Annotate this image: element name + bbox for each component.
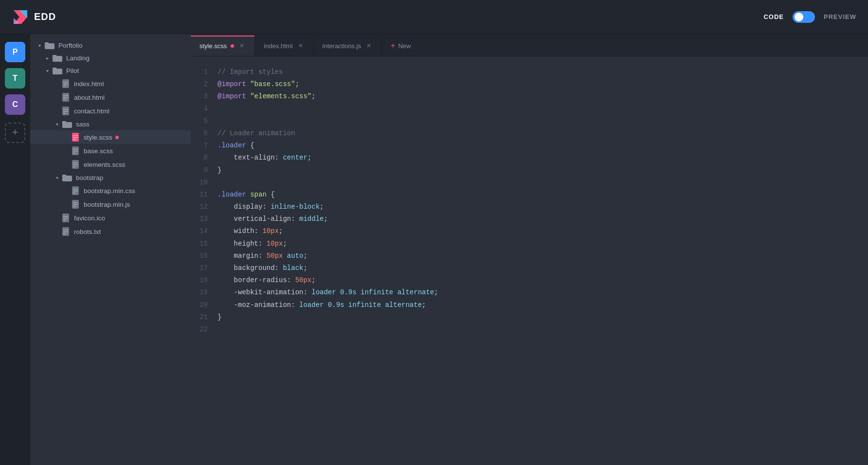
topbar-controls: CODE PREVIEW bbox=[763, 11, 856, 23]
tree-folder-bootstrap[interactable]: ▾ bootstrap bbox=[30, 171, 191, 184]
file-icon bbox=[62, 79, 70, 88]
tree-file-robots[interactable]: robots.txt bbox=[30, 225, 191, 238]
spacer bbox=[63, 134, 70, 141]
code-editor[interactable]: 12345 678910 1112131415 1617181920 2122 … bbox=[191, 56, 868, 465]
svg-rect-36 bbox=[62, 175, 66, 177]
code-label: CODE bbox=[763, 13, 784, 20]
tree-folder-portfolio[interactable]: ▾ Porftolio bbox=[30, 39, 191, 52]
tree-file-index-html[interactable]: index.html bbox=[30, 77, 191, 90]
spacer bbox=[63, 201, 70, 208]
chevron-down-icon: ▾ bbox=[54, 121, 60, 127]
file-icon bbox=[62, 214, 70, 222]
editor-area: style.scss ✕ index.html ✕ interactions.j… bbox=[191, 34, 868, 465]
folder-icon bbox=[62, 120, 72, 128]
spacer bbox=[54, 215, 60, 221]
tree-folder-sass[interactable]: ▾ sass bbox=[30, 118, 191, 130]
chevron-down-icon: ▾ bbox=[54, 174, 60, 181]
tree-item-label: contact.html bbox=[74, 107, 109, 115]
svg-rect-14 bbox=[63, 95, 68, 96]
tree-item-label: style.scss bbox=[84, 134, 112, 141]
svg-rect-38 bbox=[73, 189, 78, 190]
spacer bbox=[54, 80, 60, 87]
project-badge-p[interactable]: P bbox=[5, 42, 25, 62]
tree-item-label: bootstrap bbox=[76, 174, 103, 181]
tree-file-elements-scss[interactable]: elements.scss bbox=[30, 158, 191, 171]
topbar: EDD CODE PREVIEW bbox=[0, 0, 868, 34]
tree-item-label: Porftolio bbox=[58, 42, 83, 49]
svg-rect-6 bbox=[53, 55, 56, 57]
tab-index-html[interactable]: index.html ✕ bbox=[255, 36, 313, 56]
tab-bar: style.scss ✕ index.html ✕ interactions.j… bbox=[191, 34, 868, 56]
tree-folder-pilot[interactable]: ▾ Pilot bbox=[30, 64, 191, 77]
file-icon bbox=[62, 93, 70, 102]
add-project-button[interactable]: + bbox=[5, 123, 25, 143]
tree-folder-landing[interactable]: ▸ Landing bbox=[30, 52, 191, 64]
folder-icon bbox=[53, 54, 62, 62]
folder-icon bbox=[62, 174, 72, 181]
tree-item-label: sass bbox=[76, 121, 90, 128]
new-tab-button[interactable]: + New bbox=[382, 36, 419, 56]
svg-rect-42 bbox=[73, 202, 78, 203]
svg-rect-25 bbox=[73, 137, 78, 138]
tree-item-label: about.html bbox=[74, 94, 105, 101]
tab-close-button[interactable]: ✕ bbox=[365, 42, 373, 50]
tree-file-bootstrap-min-js[interactable]: bootstrap.min.js bbox=[30, 197, 191, 211]
tab-close-button[interactable]: ✕ bbox=[297, 42, 305, 50]
plus-icon: + bbox=[391, 41, 395, 50]
svg-rect-19 bbox=[63, 111, 68, 112]
main-content: P T C + ▾ Porftolio ▸ Landing ▾ bbox=[0, 34, 868, 465]
file-icon bbox=[72, 200, 80, 209]
svg-rect-34 bbox=[73, 166, 76, 167]
svg-rect-18 bbox=[63, 109, 68, 110]
tree-item-label: bootstrap.min.js bbox=[84, 201, 130, 208]
tree-item-label: Landing bbox=[66, 54, 90, 62]
project-badge-t[interactable]: T bbox=[5, 68, 25, 89]
svg-rect-20 bbox=[63, 113, 66, 114]
spacer bbox=[54, 107, 60, 114]
file-icon bbox=[72, 146, 80, 155]
tab-close-button[interactable]: ✕ bbox=[238, 42, 246, 50]
chevron-down-icon: ▾ bbox=[36, 42, 43, 49]
svg-rect-12 bbox=[63, 86, 66, 87]
svg-rect-32 bbox=[73, 162, 78, 163]
chevron-down-icon: ▾ bbox=[44, 67, 51, 74]
tab-interactions-js[interactable]: interactions.js ✕ bbox=[314, 36, 382, 56]
spacer bbox=[63, 161, 70, 168]
svg-rect-48 bbox=[63, 220, 66, 221]
tab-label: interactions.js bbox=[323, 42, 361, 50]
tree-file-style-scss[interactable]: style.scss bbox=[30, 130, 191, 144]
tree-item-label: Pilot bbox=[66, 67, 79, 74]
app-logo-text: EDD bbox=[34, 11, 56, 22]
tree-file-contact-html[interactable]: contact.html bbox=[30, 104, 191, 118]
tab-style-scss[interactable]: style.scss ✕ bbox=[191, 36, 255, 56]
svg-rect-26 bbox=[73, 139, 76, 140]
file-icon bbox=[62, 107, 70, 115]
tree-item-label: robots.txt bbox=[74, 228, 101, 235]
code-preview-toggle[interactable] bbox=[793, 11, 815, 23]
project-rail: P T C + bbox=[0, 34, 30, 465]
svg-rect-43 bbox=[73, 204, 78, 205]
tree-item-label: elements.scss bbox=[84, 161, 126, 168]
tree-file-favicon[interactable]: favicon.ico bbox=[30, 211, 191, 225]
svg-rect-10 bbox=[63, 82, 68, 83]
tree-file-base-scss[interactable]: base.scss bbox=[30, 144, 191, 158]
tree-item-label: base.scss bbox=[84, 147, 113, 155]
svg-rect-50 bbox=[63, 230, 68, 231]
file-icon-scss bbox=[72, 133, 80, 142]
svg-rect-11 bbox=[63, 84, 68, 85]
folder-icon bbox=[53, 67, 62, 74]
tree-file-bootstrap-min-css[interactable]: bootstrap.min.css bbox=[30, 184, 191, 197]
svg-rect-29 bbox=[73, 151, 78, 152]
project-badge-c[interactable]: C bbox=[5, 94, 25, 115]
svg-rect-28 bbox=[73, 149, 78, 150]
preview-label: PREVIEW bbox=[824, 13, 856, 20]
code-content: // Import styles @import "base.scss"; @i… bbox=[217, 66, 868, 455]
svg-rect-8 bbox=[53, 68, 56, 70]
file-icon bbox=[72, 186, 80, 195]
tree-file-about-html[interactable]: about.html bbox=[30, 90, 191, 104]
line-numbers: 12345 678910 1112131415 1617181920 2122 bbox=[191, 66, 217, 455]
tab-label: style.scss bbox=[199, 42, 227, 50]
svg-rect-40 bbox=[73, 193, 76, 194]
svg-rect-4 bbox=[45, 42, 49, 44]
spacer bbox=[54, 228, 60, 235]
